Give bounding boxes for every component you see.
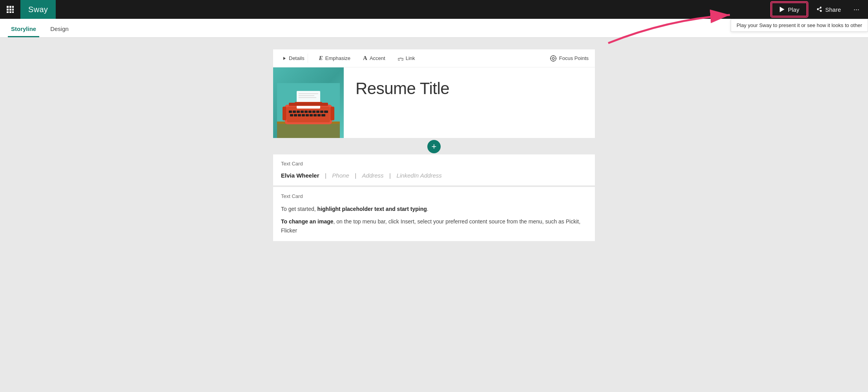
sway-brand: Sway — [20, 0, 56, 19]
card-toolbar: Details E Emphasize A Accent Link — [273, 49, 595, 67]
svg-rect-3 — [7, 9, 9, 11]
share-button[interactable]: Share — [809, 2, 848, 16]
play-icon — [779, 7, 785, 12]
title-card: Resume Title — [273, 67, 595, 138]
text-card-1-body: Elvia Wheeler | Phone | Address | Linked… — [281, 172, 587, 179]
triangle-icon — [283, 56, 286, 60]
svg-point-13 — [551, 55, 556, 61]
title-image[interactable] — [273, 67, 344, 138]
svg-rect-41 — [298, 114, 301, 116]
text-card-1: Text Card Elvia Wheeler | Phone | Addres… — [273, 154, 595, 185]
link-button[interactable]: Link — [395, 54, 418, 63]
details-label: Details — [289, 55, 305, 61]
svg-rect-47 — [321, 114, 325, 116]
text-card-2: Text Card To get started, highlight plac… — [273, 187, 595, 241]
svg-rect-30 — [293, 111, 296, 113]
phone-placeholder[interactable]: Phone — [332, 172, 349, 179]
svg-rect-44 — [310, 114, 313, 116]
focus-points-icon — [550, 55, 557, 62]
play-tooltip: Play your Sway to present it or see how … — [731, 19, 868, 32]
design-tab[interactable]: Design — [47, 19, 72, 37]
author-name[interactable]: Elvia Wheeler — [281, 172, 319, 179]
link-label: Link — [406, 55, 415, 61]
svg-rect-20 — [277, 122, 340, 138]
svg-rect-0 — [7, 6, 9, 8]
svg-rect-45 — [314, 114, 317, 116]
emphasize-label: Emphasize — [325, 55, 350, 61]
share-icon — [816, 6, 822, 13]
play-label: Play — [788, 6, 799, 13]
svg-rect-48 — [283, 107, 286, 120]
address-placeholder[interactable]: Address — [362, 172, 384, 179]
main-content: Details E Emphasize A Accent Link — [0, 38, 868, 392]
accent-button[interactable]: A Accent — [360, 53, 388, 63]
focus-points-label: Focus Points — [559, 55, 589, 61]
instruction-line-2: To change an image, on the top menu bar,… — [281, 217, 587, 235]
svg-rect-26 — [299, 95, 314, 96]
svg-marker-11 — [283, 57, 286, 60]
text-card-2-label: Text Card — [281, 193, 587, 199]
play-button[interactable]: Play — [771, 2, 807, 16]
focus-points-button[interactable]: Focus Points — [550, 55, 589, 62]
svg-rect-2 — [12, 6, 14, 8]
storyline-tab[interactable]: Storyline — [8, 19, 39, 37]
accent-label: Accent — [370, 55, 385, 61]
svg-rect-46 — [317, 114, 321, 116]
text-card-2-body: To get started, highlight placeholder te… — [281, 205, 587, 235]
svg-rect-39 — [290, 114, 293, 116]
title-card-wrapper: Details E Emphasize A Accent Link — [273, 49, 595, 139]
text-card-1-label: Text Card — [281, 161, 587, 167]
brand-label: Sway — [28, 5, 48, 14]
svg-marker-9 — [780, 7, 784, 12]
share-label: Share — [825, 6, 841, 13]
svg-rect-25 — [299, 93, 318, 94]
svg-rect-32 — [301, 111, 304, 113]
svg-rect-43 — [306, 114, 309, 116]
details-button[interactable]: Details — [279, 54, 308, 63]
svg-rect-8 — [12, 11, 14, 13]
resume-title: Resume Title — [356, 79, 449, 98]
apps-grid-button[interactable] — [5, 4, 16, 15]
svg-rect-5 — [12, 9, 14, 11]
title-text-area[interactable]: Resume Title — [344, 67, 595, 138]
accent-icon: A — [363, 55, 367, 62]
svg-rect-38 — [324, 111, 328, 113]
instruction-line-1: To get started, highlight placeholder te… — [281, 205, 587, 213]
svg-rect-34 — [308, 111, 312, 113]
svg-rect-6 — [7, 11, 9, 13]
svg-rect-42 — [302, 114, 305, 116]
svg-rect-7 — [9, 11, 11, 13]
emphasize-button[interactable]: E Emphasize — [316, 53, 354, 63]
svg-rect-29 — [289, 111, 292, 113]
svg-rect-50 — [289, 103, 328, 106]
more-options-button[interactable]: ··· — [850, 2, 863, 16]
typewriter-illustration — [277, 83, 340, 138]
top-bar-actions: Play Share ··· — [771, 2, 863, 16]
svg-rect-1 — [9, 6, 11, 8]
text-card-1-content: Text Card Elvia Wheeler | Phone | Addres… — [273, 154, 595, 185]
svg-point-14 — [552, 57, 554, 59]
svg-rect-49 — [330, 107, 334, 120]
svg-rect-31 — [297, 111, 300, 113]
top-bar: Sway Play Share ··· Play your Sway to pr… — [0, 0, 868, 19]
linkedin-placeholder[interactable]: LinkedIn Address — [396, 172, 441, 179]
svg-rect-33 — [305, 111, 308, 113]
svg-rect-37 — [320, 111, 323, 113]
svg-rect-40 — [294, 114, 297, 116]
svg-rect-4 — [9, 9, 11, 11]
add-card-button[interactable]: + — [427, 140, 441, 153]
svg-rect-27 — [299, 97, 316, 98]
text-card-2-content: Text Card To get started, highlight plac… — [273, 187, 595, 241]
svg-rect-36 — [316, 111, 319, 113]
svg-rect-35 — [312, 111, 315, 113]
more-label: ··· — [853, 5, 859, 13]
emphasize-icon: E — [319, 55, 323, 62]
link-icon — [398, 56, 403, 61]
add-button-container: + — [427, 139, 441, 154]
